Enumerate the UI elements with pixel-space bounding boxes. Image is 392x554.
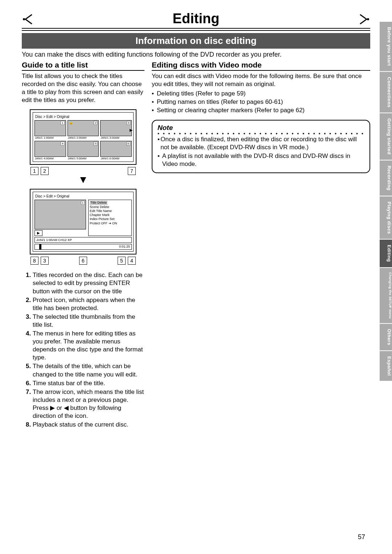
svg-point-0 [23, 18, 25, 20]
svg-point-1 [367, 18, 369, 20]
list-item: Playback status of the current disc. [33, 421, 144, 429]
callout-box: 8 [30, 257, 38, 265]
callout-box: 4 [128, 257, 136, 265]
note-title: Note [158, 123, 364, 133]
tab-editing[interactable]: Editing [380, 240, 392, 267]
bracket-left-icon [22, 14, 33, 25]
title-list-screen: Disc > Edit > Original 1JAN/1 1:00AM 🔒2J… [30, 109, 136, 165]
title-edit-screen: Disc > Edit > Original 1 ▶ Title Delete … [30, 189, 136, 254]
title-thumb[interactable]: 6 [100, 141, 132, 157]
list-item: Time status bar of the title. [33, 379, 144, 387]
list-item: Titles recorded on the disc. Each can be… [33, 271, 144, 295]
page-number: 57 [358, 533, 365, 541]
tab-recording[interactable]: Recording [380, 160, 392, 196]
tab-espanol[interactable]: Español [380, 351, 392, 381]
title-thumb[interactable]: 3 [100, 120, 132, 136]
intro-text: You can make the discs with editing func… [22, 51, 370, 58]
list-item: The menus in here for editing titles as … [33, 330, 144, 362]
callout-box: 3 [41, 257, 49, 265]
tab-before-you-start[interactable]: Before you start [380, 22, 392, 71]
next-page-icon[interactable]: ▶ [130, 127, 132, 132]
tab-playing-discs[interactable]: Playing discs [380, 196, 392, 239]
callouts-panel2: 8 3 6 5 4 [30, 257, 136, 265]
breadcrumb: Disc > Edit > Original [34, 114, 132, 120]
explanation-list: Titles recorded on the disc. Each can be… [22, 271, 144, 429]
section-title: Information on disc editing [22, 33, 370, 49]
title-thumb[interactable]: 5 [68, 141, 99, 157]
list-item: The selected title thumbnails from the t… [33, 313, 144, 329]
title-info: JAN/1 1:00AM CH12 XP [34, 237, 132, 243]
list-item: The details of the title, which can be c… [33, 362, 144, 378]
left-heading: Guide to a title list [22, 61, 144, 71]
right-paragraph: You can edit discs with Video mode for t… [152, 72, 370, 88]
down-arrow-icon: ▼ [22, 176, 144, 184]
callout-box: 6 [79, 257, 87, 265]
list-item: Protect icon, which appears when the tit… [33, 296, 144, 312]
title-thumb[interactable]: 1 [34, 120, 66, 136]
callout-box: 1 [30, 167, 38, 175]
tab-setup-menu[interactable]: Changing the SETUP menu [380, 268, 392, 323]
title-thumb[interactable]: 🔒2 [68, 120, 99, 136]
note-box: Note • • • • • • • • • • • • • • • • • •… [152, 120, 370, 173]
side-tabs: Before you start Connections Getting sta… [380, 22, 392, 382]
lock-icon: 🔒 [69, 121, 73, 125]
list-item: The arrow icon, which means the title li… [33, 388, 144, 420]
bullet-list: •Deleting titles (Refer to page 59) •Put… [152, 90, 370, 115]
page-header: Editing [22, 11, 370, 31]
callout-box: 7 [128, 167, 136, 175]
edit-menu[interactable]: Title Delete Scene Delete Edit Title Nam… [88, 200, 132, 236]
time-bar[interactable]: 0:01:25 [34, 244, 132, 250]
callout-box: 5 [118, 257, 126, 265]
selected-thumb: 1 [34, 200, 86, 229]
breadcrumb: Disc > Edit > Original [34, 194, 132, 200]
tab-getting-started[interactable]: Getting started [380, 113, 392, 160]
play-icon[interactable]: ▶ [34, 230, 42, 236]
tab-others[interactable]: Others [380, 324, 392, 350]
left-paragraph: Title list allows you to check the title… [22, 72, 144, 104]
chapter-title: Editing [22, 11, 370, 28]
bracket-right-icon [359, 14, 370, 25]
right-heading: Editing discs with Video mode [152, 61, 370, 71]
title-thumb[interactable]: 4 [34, 141, 66, 157]
tab-connections[interactable]: Connections [380, 72, 392, 113]
callout-box: 2 [41, 167, 49, 175]
